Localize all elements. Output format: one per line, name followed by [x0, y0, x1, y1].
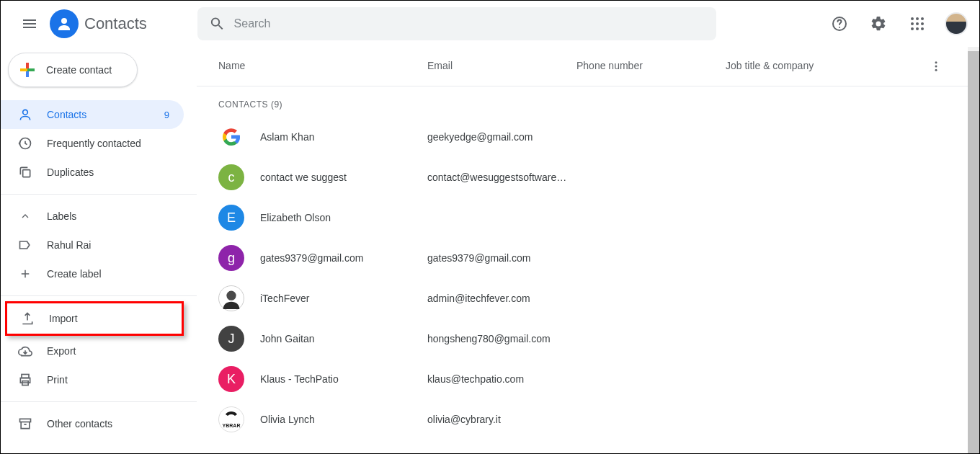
contact-name: Aslam Khan [260, 131, 427, 143]
svg-point-8 [921, 22, 924, 25]
nav-frequent-label: Frequently contacted [47, 138, 169, 149]
section-label: CONTACTS (9) [197, 86, 979, 117]
nav-contacts-count: 9 [164, 110, 169, 120]
svg-point-10 [916, 27, 919, 30]
separator [1, 401, 197, 402]
history-icon [18, 136, 32, 151]
contact-avatar [218, 124, 244, 150]
create-contact-label: Create contact [46, 64, 112, 76]
contact-rows: Aslam Khangeekyedge@gmail.comccontact we… [197, 117, 979, 453]
contact-name: contact we suggest [260, 172, 427, 183]
upload-icon [20, 311, 35, 326]
svg-point-7 [916, 22, 919, 25]
scroll-thumb[interactable] [968, 51, 979, 453]
duplicates-icon [18, 165, 32, 179]
contact-email: admin@itechfever.com [427, 293, 576, 304]
contact-name: Elizabeth Olson [260, 212, 427, 223]
nav-import-label: Import [49, 313, 78, 324]
nav-contacts-label: Contacts [47, 109, 164, 120]
contact-email: klaus@techpatio.com [427, 373, 576, 385]
nav-labels-label: Labels [47, 210, 169, 222]
col-email: Email [427, 60, 576, 73]
nav-export-label: Export [47, 345, 169, 357]
svg-point-20 [935, 69, 937, 71]
nav-duplicates-label: Duplicates [47, 166, 169, 178]
nav-export[interactable]: Export [1, 337, 184, 365]
svg-point-0 [61, 18, 67, 24]
main-content: Name Email Phone number Job title & comp… [197, 47, 979, 453]
svg-point-6 [911, 22, 914, 25]
contact-row[interactable]: YBRAROlivia Lyncholivia@cybrary.it [197, 399, 979, 440]
contact-avatar: E [218, 205, 244, 231]
help-button[interactable] [825, 9, 854, 38]
account-avatar[interactable] [945, 12, 968, 35]
print-icon [18, 373, 32, 387]
search-box[interactable] [197, 7, 716, 40]
nav-label-rahul[interactable]: Rahul Rai [1, 231, 184, 259]
svg-rect-13 [23, 170, 30, 177]
app-logo [50, 9, 79, 38]
svg-point-12 [23, 110, 28, 115]
chevron-up-icon [18, 210, 32, 222]
create-contact-button[interactable]: Create contact [8, 53, 138, 87]
svg-point-9 [911, 27, 914, 30]
scrollbar[interactable] [968, 47, 979, 453]
nav-create-label[interactable]: Create label [1, 259, 184, 288]
contact-row[interactable]: Aslam Khangeekyedge@gmail.com [197, 117, 979, 157]
col-phone: Phone number [576, 60, 726, 73]
plus-icon [19, 61, 36, 79]
contact-avatar: J [218, 326, 244, 352]
svg-point-11 [921, 27, 924, 30]
col-name: Name [218, 60, 427, 73]
svg-text:YBRAR: YBRAR [223, 423, 241, 428]
contact-avatar [218, 285, 244, 311]
contact-avatar: K [218, 366, 244, 392]
search-input[interactable] [234, 17, 705, 30]
contact-row[interactable]: TJTech Jonytechjonyblog@gmail.com [197, 440, 979, 453]
svg-point-18 [935, 61, 937, 63]
nav-other-label: Other contacts [47, 418, 169, 429]
contact-avatar: TJ [218, 447, 244, 453]
list-settings-button[interactable] [922, 60, 950, 73]
contact-avatar: YBRAR [218, 406, 244, 432]
contact-name: iTechFever [260, 293, 427, 304]
person-icon [18, 107, 32, 122]
plus-small-icon [18, 267, 32, 280]
settings-button[interactable] [864, 9, 893, 38]
nav-duplicates[interactable]: Duplicates [1, 158, 184, 187]
nav-other-contacts[interactable]: Other contacts [1, 409, 184, 438]
contact-avatar: c [218, 164, 244, 190]
contact-email: gates9379@gmail.com [427, 252, 576, 264]
nav-print[interactable]: Print [1, 365, 184, 394]
topbar: Contacts [1, 1, 979, 47]
svg-rect-17 [20, 419, 31, 422]
nav-create-label-label: Create label [47, 268, 169, 280]
svg-point-19 [935, 66, 937, 68]
archive-icon [18, 417, 32, 431]
nav-labels-header[interactable]: Labels [1, 202, 184, 231]
contact-row[interactable]: JJohn Gaitanhongsheng780@gmail.com [197, 319, 979, 359]
contact-avatar: g [218, 245, 244, 271]
nav-label-rahul-label: Rahul Rai [47, 239, 169, 251]
search-icon [209, 15, 226, 32]
contact-row[interactable]: EElizabeth Olson [197, 197, 979, 238]
contact-row[interactable]: ccontact we suggestcontact@wesuggestsoft… [197, 157, 979, 197]
contact-email: olivia@cybrary.it [427, 414, 576, 425]
nav-import[interactable]: Import [5, 301, 184, 336]
nav-print-label: Print [47, 374, 169, 386]
contact-row[interactable]: iTechFeveradmin@itechfever.com [197, 278, 979, 319]
sidebar: Create contact Contacts 9 Frequently con… [1, 47, 197, 453]
separator [1, 194, 197, 195]
apps-button[interactable] [903, 9, 932, 38]
contact-row[interactable]: KKlaus - TechPatioklaus@techpatio.com [197, 359, 979, 399]
svg-point-5 [921, 17, 924, 20]
column-headers: Name Email Phone number Job title & comp… [197, 47, 979, 86]
main-menu-button[interactable] [12, 6, 47, 41]
contact-row[interactable]: ggates9379@gmail.comgates9379@gmail.com [197, 238, 979, 278]
app-title: Contacts [84, 14, 147, 33]
nav-contacts[interactable]: Contacts 9 [1, 100, 184, 129]
col-job: Job title & company [726, 60, 922, 73]
nav-frequent[interactable]: Frequently contacted [1, 129, 184, 158]
contact-email: contact@wesuggestsoftware… [427, 172, 576, 183]
svg-point-21 [226, 291, 236, 301]
